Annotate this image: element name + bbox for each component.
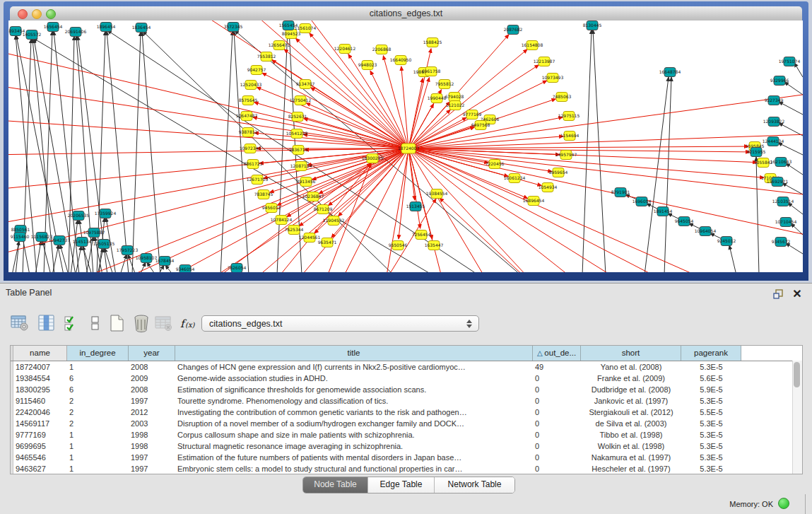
memory-status-label: Memory: OK [729, 500, 773, 508]
table-panel: Table Panel ✕ f(x) [0, 283, 812, 514]
graph-node-label: 7256454 [412, 232, 431, 237]
table-row[interactable]: 1456911722003Disruption of a novel membe… [11, 418, 802, 429]
column-header-short[interactable]: short [581, 346, 681, 361]
row-height-icon[interactable] [86, 313, 105, 333]
graph-node-label: 9635471 [318, 240, 337, 245]
graph-node-label: 18724007 [398, 146, 420, 151]
graph-node-label: 10975887 [83, 230, 105, 235]
table-scrollbar[interactable] [792, 361, 802, 474]
delete-table-icon[interactable] [154, 313, 174, 333]
graph-node-label: 10972346 [240, 146, 261, 151]
table-cell: 5.3E-5 [681, 463, 741, 474]
table-cell: 5.3E-5 [681, 440, 741, 452]
graph-node-label: 7955812 [435, 81, 454, 86]
table-cell: 0 [533, 384, 581, 395]
table-cell: 2 [67, 395, 129, 407]
column-header-in-degree[interactable]: in_degree [67, 346, 129, 361]
graph-node-label: 9345672 [772, 239, 791, 244]
function-builder-icon[interactable]: f(x) [178, 313, 198, 333]
graph-node-label: 12656471 [269, 42, 290, 47]
table-cell: 1998 [129, 440, 175, 452]
column-header-name[interactable]: name [13, 346, 67, 361]
table-cell: Corpus callosum shape and size in male p… [175, 429, 533, 440]
scrollbar-thumb[interactable] [794, 362, 800, 387]
table-cell: 9465546 [13, 452, 67, 463]
table-selector-value: citations_edges.txt [209, 319, 283, 329]
table-cell: 1997 [129, 395, 175, 407]
network-graph[interactable]: 1265647175538129042757125204338575645106… [8, 21, 803, 272]
table-selector[interactable]: citations_edges.txt [201, 315, 479, 332]
select-columns-icon[interactable] [62, 313, 82, 333]
tab-network-table[interactable]: Network Table [435, 477, 514, 493]
table-row[interactable]: 1830029562008Estimation of significance … [11, 384, 802, 395]
graph-node-label: 10973493 [542, 75, 564, 80]
window-titlebar[interactable]: citations_edges.txt [10, 6, 802, 21]
table-cell: 5.3E-5 [681, 395, 741, 407]
graph-node-label: 1896454 [97, 24, 116, 29]
close-icon[interactable]: ✕ [791, 288, 804, 300]
graph-node-label: 16640950 [390, 57, 412, 62]
graph-node-label: 10964054 [695, 228, 717, 233]
network-canvas[interactable]: 1265647175538129042757125204338575645106… [8, 21, 803, 272]
table-row[interactable]: 969969511998Structural magnetic resonanc… [11, 440, 802, 452]
graph-node-label: 19751074 [779, 59, 801, 64]
table-cell: Disruption of a novel member of a sodium… [175, 418, 533, 429]
float-window-icon[interactable] [772, 288, 785, 300]
table-cell: 5.3E-5 [681, 452, 741, 463]
graph-node-label: 1891454 [654, 209, 673, 214]
graph-node-label: 6497568 [471, 122, 490, 127]
desktop-background: citations_edges.txt 12656471755381290427… [0, 0, 812, 283]
tab-edge-table[interactable]: Edge Table [368, 477, 435, 493]
graph-node-label: 1054934 [539, 185, 558, 189]
table-cell: 0 [533, 373, 581, 384]
delete-column-icon[interactable] [131, 313, 151, 333]
table-row[interactable]: 1938455462009Genome-wide association stu… [11, 373, 802, 384]
memory-ok-indicator[interactable] [778, 498, 789, 509]
table-cell: de Silva et al. (2003) [581, 418, 681, 429]
graph-node-label: 9329966 [770, 78, 789, 83]
table-cell: 1 [67, 452, 129, 463]
graph-node-label: 9550546 [389, 243, 408, 247]
table-cell: 5.3E-5 [681, 361, 741, 373]
graph-node-label: 12671705 [247, 177, 269, 182]
graph-node-label: 7220456 [486, 161, 505, 166]
table-cell: 5.3E-5 [681, 418, 741, 429]
graph-node-label: 8791901 [611, 189, 630, 194]
table-cell: 2003 [129, 418, 175, 429]
graph-node-label: 16896454 [523, 198, 545, 203]
table-row[interactable]: 1872400712008Changes of HCN gene express… [11, 361, 802, 373]
table-row[interactable]: 911546021997Tourette syndrome. Phenomeno… [11, 395, 802, 407]
new-column-icon[interactable] [107, 313, 126, 333]
table-cell: 1997 [129, 463, 175, 474]
graph-node-label: 9948023 [358, 62, 377, 67]
table-cell: 2012 [129, 407, 175, 418]
graph-node-label: 9115460 [11, 234, 30, 239]
column-header-year[interactable]: year [129, 346, 175, 361]
graph-node-label: 6961758 [422, 69, 441, 74]
table-row[interactable]: 946554611997Estimation of the future num… [11, 452, 802, 463]
graph-node-label: 1678454 [155, 258, 175, 263]
column-header-title[interactable]: title [175, 346, 533, 361]
table-row[interactable]: 946362711997Embryonic stem cells: a mode… [11, 463, 802, 474]
graph-node-label: 16210643 [770, 159, 792, 164]
graph-node-label: 9645054 [675, 218, 694, 223]
graph-node-label: 1696054 [632, 199, 652, 204]
graph-node-label: 1990448 [428, 95, 447, 100]
table-row[interactable]: 2242004622012Investigating the contribut… [11, 407, 802, 418]
table-body: 1872400712008Changes of HCN gene express… [11, 361, 802, 474]
column-header-pagerank[interactable]: pagerank [681, 346, 741, 361]
graph-node-label: 11904532 [323, 218, 345, 223]
graph-node-label: 1635447 [425, 243, 444, 247]
graph-node-label: 1565454 [279, 23, 298, 28]
tab-node-table[interactable]: Node Table [303, 477, 368, 493]
graph-node-label: 1513455 [406, 204, 425, 209]
table-cell: 0 [533, 418, 581, 429]
table-mode-icon[interactable] [10, 313, 30, 333]
graph-node-label: 20691406 [65, 29, 87, 34]
column-visibility-icon[interactable] [37, 313, 57, 333]
table-row[interactable]: 977716911998Corpus callosum shape and si… [11, 429, 802, 440]
table-cell: 22420046 [13, 407, 67, 418]
column-header-out-de-[interactable]: △ out_de... [533, 346, 581, 361]
graph-node-label: 9134707 [296, 81, 315, 86]
table-cell: 18300295 [13, 384, 67, 395]
